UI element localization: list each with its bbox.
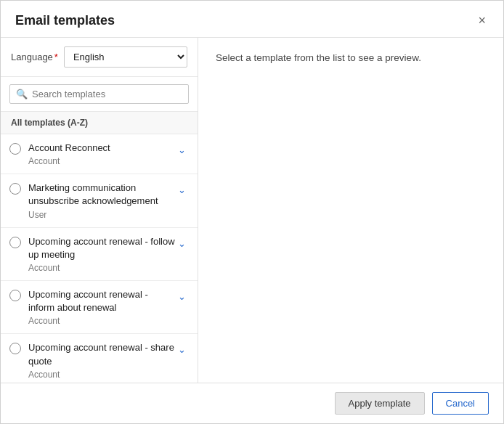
cancel-button[interactable]: Cancel: [432, 392, 489, 415]
template-category: User: [28, 210, 175, 220]
search-row: 🔍: [1, 77, 198, 112]
chevron-down-icon[interactable]: ⌄: [175, 343, 189, 356]
list-item[interactable]: Upcoming account renewal - follow up mee…: [1, 228, 198, 281]
chevron-down-icon[interactable]: ⌄: [175, 183, 189, 197]
template-info: Upcoming account renewal - share quoteAc…: [28, 341, 175, 379]
template-category: Account: [28, 370, 175, 380]
dialog-footer: Apply template Cancel: [1, 383, 503, 423]
template-name: Upcoming account renewal - inform about …: [28, 288, 175, 314]
search-input[interactable]: [32, 89, 182, 99]
list-item[interactable]: Upcoming account renewal - share quoteAc…: [1, 334, 198, 383]
chevron-down-icon[interactable]: ⌄: [175, 290, 189, 303]
templates-section-header: All templates (A-Z): [1, 112, 198, 134]
template-category: Account: [28, 316, 175, 326]
close-button[interactable]: ×: [475, 12, 489, 28]
dialog-body: Language* English 🔍 All templates (A-Z) …: [1, 38, 503, 383]
templates-list: Account ReconnectAccount⌄Marketing commu…: [1, 134, 198, 383]
right-panel: Select a template from the list to see a…: [198, 38, 503, 383]
template-radio[interactable]: [9, 237, 21, 248]
template-info: Upcoming account renewal - follow up mee…: [28, 235, 175, 273]
chevron-down-icon[interactable]: ⌄: [175, 237, 189, 250]
language-label: Language*: [11, 52, 58, 62]
template-name: Upcoming account renewal - share quote: [28, 341, 175, 367]
left-panel: Language* English 🔍 All templates (A-Z) …: [1, 38, 198, 383]
list-item[interactable]: Account ReconnectAccount⌄: [1, 134, 198, 174]
search-icon: 🔍: [16, 89, 28, 99]
list-item[interactable]: Upcoming account renewal - inform about …: [1, 281, 198, 334]
template-name: Upcoming account renewal - follow up mee…: [28, 235, 175, 261]
template-radio[interactable]: [9, 143, 21, 155]
template-category: Account: [28, 156, 175, 166]
email-templates-dialog: Email templates × Language* English 🔍 Al…: [0, 0, 504, 424]
search-box: 🔍: [9, 84, 189, 104]
template-info: Marketing communication unsubscribe ackn…: [28, 182, 175, 219]
template-name: Marketing communication unsubscribe ackn…: [28, 182, 175, 208]
template-info: Upcoming account renewal - inform about …: [28, 288, 175, 326]
apply-template-button[interactable]: Apply template: [335, 392, 425, 415]
template-radio[interactable]: [9, 183, 21, 195]
dialog-header: Email templates ×: [1, 1, 503, 38]
template-name: Account Reconnect: [28, 142, 175, 155]
required-indicator: *: [54, 52, 58, 62]
preview-hint: Select a template from the list to see a…: [216, 52, 421, 63]
chevron-down-icon[interactable]: ⌄: [175, 143, 189, 157]
template-radio[interactable]: [9, 290, 21, 301]
template-category: Account: [28, 263, 175, 273]
language-select[interactable]: English: [64, 46, 187, 68]
template-radio[interactable]: [9, 343, 21, 354]
language-row: Language* English: [1, 38, 198, 77]
template-info: Account ReconnectAccount: [28, 142, 175, 166]
dialog-title: Email templates: [15, 13, 115, 28]
list-item[interactable]: Marketing communication unsubscribe ackn…: [1, 174, 198, 227]
